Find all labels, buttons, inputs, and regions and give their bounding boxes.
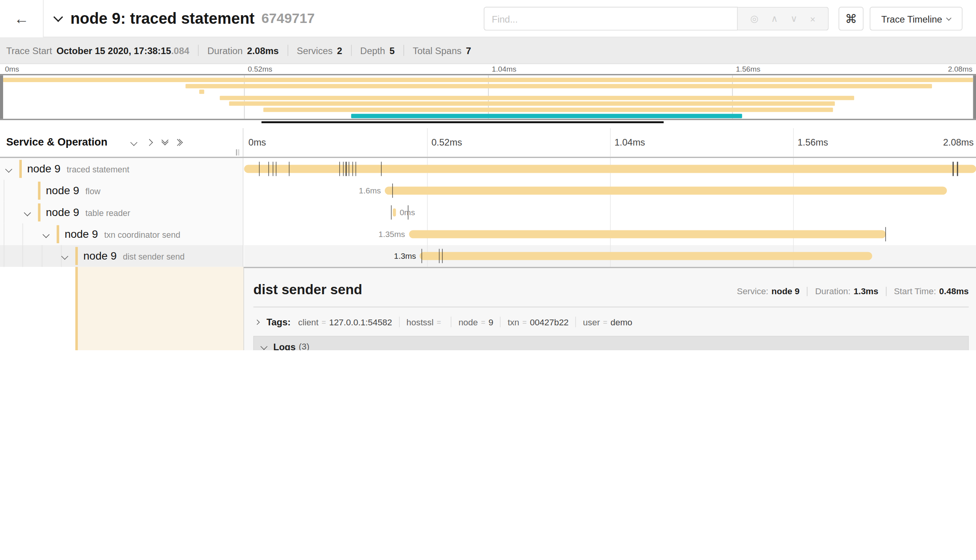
span-row-timeline-cell[interactable] (244, 158, 976, 180)
trace-summary-bar: Trace StartOctober 15 2020, 17:38:15.084… (0, 37, 976, 64)
minimap-scroll-indicator[interactable] (262, 121, 664, 123)
span-service-name[interactable]: node 9traced statement (27, 162, 129, 176)
span-color-stripe (19, 160, 22, 178)
span-service-name[interactable]: node 9table reader (46, 206, 130, 219)
trace-minimap: 0ms0.52ms1.04ms1.56ms2.08ms (0, 64, 976, 124)
keyboard-shortcuts-button[interactable]: ⌘ (839, 7, 863, 31)
service-operation-title: Service & Operation (6, 136, 107, 149)
expand-all-icon[interactable] (178, 140, 181, 145)
span-row[interactable]: node 9dist sender send1.3ms (0, 245, 976, 267)
span-row-timeline-cell[interactable]: 0ms (244, 202, 976, 223)
span-color-stripe (56, 225, 59, 243)
span-duration-bar[interactable] (420, 252, 872, 260)
span-row-timeline-cell[interactable]: 1.3ms (244, 245, 976, 267)
span-duration-bar[interactable] (393, 208, 396, 216)
view-select-button[interactable]: Trace Timeline (870, 7, 962, 31)
view-range-handle[interactable] (0, 75, 3, 119)
span-row-label-cell[interactable]: node 9dist sender send (0, 245, 243, 267)
locate-icon[interactable]: ◎ (750, 13, 759, 25)
indent-guide (23, 245, 23, 267)
tag-item: node=9 (458, 317, 493, 327)
minimap-canvas[interactable] (0, 74, 976, 120)
row-collapse-icon[interactable] (5, 166, 12, 173)
span-row-label-cell[interactable]: node 9traced statement (0, 158, 243, 180)
log-marker-tick (349, 162, 349, 176)
span-color-stripe (75, 247, 78, 265)
row-collapse-icon[interactable] (42, 231, 49, 238)
service-operation-header: Service & Operation (0, 128, 243, 157)
span-row-timeline-cell[interactable]: 1.6ms (244, 180, 976, 202)
timeline-ruler: 0ms0.52ms1.04ms1.56ms2.08ms (244, 128, 976, 157)
collapse-trace-icon[interactable] (53, 12, 63, 22)
logs-header[interactable]: Logs (3) (254, 337, 968, 350)
summary-value-suffix: .084 (171, 45, 189, 56)
span-operation-name: flow (85, 187, 100, 196)
tag-divider (500, 317, 501, 327)
span-detail-header: dist sender send Service:node 9Duration:… (254, 282, 969, 298)
expand-collapse-controls (131, 140, 181, 145)
span-detail-meta: Service:node 9Duration:1.3msStart Time:0… (737, 286, 969, 296)
span-row[interactable]: node 9traced statement (0, 158, 976, 180)
minimap-span-bar (185, 84, 932, 88)
log-marker-tick (339, 162, 340, 176)
summary-value: 7 (466, 45, 471, 56)
span-row-label-cell[interactable]: node 9table reader (0, 202, 243, 223)
chevron-up-icon[interactable]: ∧ (771, 13, 778, 25)
log-marker-tick (268, 162, 269, 176)
logs-title: Logs (273, 341, 296, 350)
ruler-tick-label: 1.56ms (798, 137, 828, 147)
span-row[interactable]: node 9flow1.6ms (0, 180, 976, 202)
span-duration-bar[interactable] (244, 165, 976, 173)
close-icon[interactable]: × (810, 13, 816, 24)
view-select-label: Trace Timeline (881, 13, 942, 24)
summary-value: 2.08ms (247, 45, 278, 56)
row-collapse-icon[interactable] (24, 209, 31, 216)
span-rows-top: node 9traced statementnode 9flow1.6msnod… (0, 158, 976, 267)
span-operation-name: txn coordinator send (104, 230, 180, 239)
indent-guide (4, 245, 4, 267)
meta-divider (886, 286, 886, 296)
span-row[interactable]: node 9table reader0ms (0, 202, 976, 223)
expand-one-icon[interactable] (146, 139, 153, 146)
back-button[interactable]: ← (0, 0, 44, 37)
chevron-down-icon[interactable]: ∨ (791, 13, 798, 25)
summary-value: October 15 2020, 17:38:15 (56, 45, 171, 56)
timeline-gridline (610, 202, 611, 223)
log-marker-tick (392, 184, 393, 198)
span-detail-operation: dist sender send (254, 282, 362, 298)
span-service-name[interactable]: node 9flow (46, 184, 100, 197)
find-input[interactable] (484, 7, 738, 31)
log-marker-tick (355, 162, 356, 176)
summary-value: 2 (337, 45, 342, 56)
meta-label: Duration: (815, 286, 851, 296)
tag-divider (451, 317, 452, 327)
span-row-label-cell[interactable]: node 9txn coordinator send (0, 223, 243, 245)
span-row-label-cell[interactable]: node 9flow (0, 180, 243, 202)
log-marker-tick (442, 249, 442, 263)
timeline-gridline (427, 202, 428, 223)
summary-label: Duration (208, 45, 243, 56)
span-row-timeline-cell[interactable]: 1.35ms (244, 223, 976, 245)
column-resize-handle[interactable] (236, 149, 239, 156)
logs-count: (3) (299, 342, 309, 350)
summary-item: Trace StartOctober 15 2020, 17:38:15.084 (6, 45, 189, 56)
view-range-handle[interactable] (973, 75, 976, 119)
span-service-name[interactable]: node 9dist sender send (83, 249, 185, 263)
collapse-deep-icon[interactable] (162, 140, 167, 144)
tag-divider (399, 317, 400, 327)
meta-label: Start Time: (894, 286, 936, 296)
span-service-name[interactable]: node 9txn coordinator send (65, 228, 180, 241)
timeline-header-row: Service & Operation 0ms0.52ms1.04ms1.56m… (0, 128, 976, 158)
span-duration-bar[interactable] (385, 187, 947, 195)
tag-item: user=demo (583, 317, 632, 327)
page-title: node 9: traced statement (70, 9, 255, 27)
minimap-span-bar (199, 90, 204, 94)
top-bar: ← node 9: traced statement 6749717 ◎∧∨× … (0, 0, 976, 37)
collapse-all-icon[interactable] (130, 139, 137, 146)
row-collapse-icon[interactable] (61, 253, 68, 260)
span-duration-bar[interactable] (409, 230, 886, 238)
tags-row[interactable]: Tags:client=127.0.0.1:54582hostssl=node=… (254, 317, 969, 327)
summary-item: Depth5 (360, 45, 395, 56)
tags-expand-icon[interactable] (254, 319, 260, 325)
span-row[interactable]: node 9txn coordinator send1.35ms (0, 223, 976, 245)
